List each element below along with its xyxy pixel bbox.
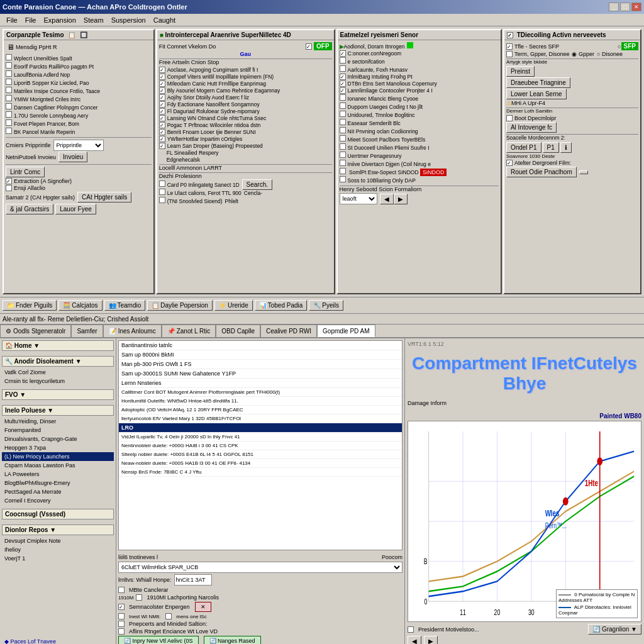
- draeubee-btn[interactable]: Draeubee Triagnine: [506, 77, 570, 88]
- sidebar-new-priocy[interactable]: (L) New Priocy Launchers: [2, 452, 114, 461]
- panel4-soavnore: Soavnore 1030 Deste: [506, 153, 638, 159]
- chart-back-btn[interactable]: ◀: [408, 636, 421, 644]
- menu-expansion[interactable]: Expansion: [40, 15, 79, 25]
- sidebar-corneil[interactable]: Corneil I Encovery: [2, 496, 114, 505]
- rouet-btn[interactable]: Rouet Odie Pnaclhom: [506, 167, 577, 177]
- daylie-button[interactable]: 📋 Daylie Popersion: [147, 300, 213, 311]
- tab-samfer[interactable]: Samfer: [71, 325, 103, 337]
- sidebar-blog[interactable]: BlogBlwPhMlsugre-Emery: [2, 479, 114, 487]
- menu-suspersion[interactable]: Suspersion: [108, 15, 150, 25]
- sidebar-ihelioy[interactable]: Ihelioy: [2, 545, 114, 554]
- preinst-btn[interactable]: Preinst: [506, 66, 535, 77]
- cmiers-select[interactable]: Pripprintle: [53, 140, 104, 151]
- inpry-btn[interactable]: 🔄 Inpry New Vtl Aelivc (0S: [118, 636, 199, 644]
- sidebar-inelo[interactable]: Inelo Poluese ▼: [2, 405, 114, 416]
- list-item-11[interactable]: Nentinnobleir duiete: +000G HAIB i 3 00 …: [119, 441, 402, 450]
- main-dropdown[interactable]: 6CluET WilmHlick SPAR_UCB: [118, 562, 402, 573]
- panel3-leaoft: leaoft ◀ ▶: [340, 193, 499, 204]
- list-item-12[interactable]: Slteelp nobler duiete: +000S E41B 6L I4 …: [119, 450, 402, 459]
- menu-file2[interactable]: File: [21, 15, 40, 25]
- invoieu-btn[interactable]: Invoieu: [58, 152, 87, 162]
- tab-gopmdle[interactable]: Gopmdle PD AM: [317, 325, 375, 337]
- window-controls[interactable]: _ □ ✕: [609, 3, 641, 11]
- menu-steam[interactable]: Steam: [80, 15, 108, 25]
- tab-ines[interactable]: 📝 Ines Anloumc: [103, 325, 162, 337]
- list-item-2[interactable]: Man pb-300 PriS OWlt 1 FS: [119, 360, 402, 369]
- sidebar-csparn[interactable]: Csparn Maoas Lawston Pas: [2, 461, 114, 470]
- tab-oodls[interactable]: ⚙ Oodls Stgeneratolr: [0, 325, 71, 337]
- list-item-5[interactable]: Callltimer Cont BOT Mutogent Animrer Plo…: [119, 388, 402, 397]
- fnder-button[interactable]: 📁 Fnder Piguils: [3, 300, 57, 311]
- leaoft-select[interactable]: leaoft: [340, 193, 377, 204]
- list-item-8[interactable]: llertyumcotob EfV Vaeled Mary 1 32D 45BB…: [119, 414, 402, 423]
- sidebar-dionlor[interactable]: Dionlor Repos ▼: [2, 525, 114, 535]
- ureride-button[interactable]: ⚡ Ureride: [214, 300, 253, 311]
- tab-cealive[interactable]: Cealive PD RWI: [260, 325, 317, 337]
- svg-text:1Hte: 1Hte: [585, 479, 598, 489]
- p1-btn[interactable]: P1: [543, 142, 559, 153]
- jal-btn[interactable]: & jal Gractsirs: [6, 204, 53, 214]
- pyeils-button[interactable]: 🔧 Pyeils: [309, 300, 343, 311]
- red-x-btn[interactable]: ✕: [195, 602, 211, 612]
- menu-caught[interactable]: Caught: [150, 15, 179, 25]
- sidebar-fonern[interactable]: Fonernpanited: [2, 426, 114, 435]
- paces-link[interactable]: ◆ Paces Lof Tnavee: [2, 636, 114, 644]
- panel2-item-9: Benrit Fnoam Looer Ijie Benner SUNI: [159, 129, 332, 135]
- list-item-6[interactable]: Honltumiltil Outeilfs: WNt5wD Hntoe-klt5…: [119, 397, 402, 406]
- disonee-radio[interactable]: ○ Disonee: [597, 51, 623, 57]
- menu-file1[interactable]: File: [3, 15, 21, 25]
- teamdio-button[interactable]: 👥 Teamdio: [104, 300, 146, 311]
- chart-fwd-btn[interactable]: ▶: [424, 636, 438, 644]
- list-item-0[interactable]: BantinantInsio tatnlc: [119, 341, 402, 350]
- fwd-btn[interactable]: ▶: [394, 194, 408, 204]
- catypter-btn[interactable]: CAt Hpgter sails: [77, 192, 131, 203]
- panel1-icon: 🖥: [6, 42, 16, 52]
- intovenge-btn[interactable]: Al Intovenge fc: [506, 122, 557, 133]
- list-item-1[interactable]: Sam up 8000ni BkMI: [119, 350, 402, 360]
- sidebar-devsupt[interactable]: Devsupt Cmiplex Note: [2, 536, 114, 545]
- tab-obd[interactable]: OBD Caplle: [216, 325, 260, 337]
- sidebar-anodir[interactable]: 🔧 Anodir Disoleament ▼: [2, 356, 114, 367]
- sidebar-crnsin[interactable]: Crnsin tic lerqycuriletum: [2, 377, 114, 386]
- list-item-lro[interactable]: LRO: [119, 423, 402, 433]
- tobed-button[interactable]: 📊 Tobed Padia: [255, 300, 308, 311]
- ondel-btn[interactable]: Ondel P1: [506, 142, 541, 153]
- panel3-item-5: DTBn Etns Sert Manolious Copernury: [340, 80, 499, 87]
- sidebar-voerj[interactable]: VoerjT 1: [2, 554, 114, 563]
- sidebar-fvo[interactable]: FVO ▼: [2, 389, 114, 400]
- sidebar-home[interactable]: 🏠 Home ▼: [2, 340, 114, 351]
- sidebar-multu[interactable]: MultuYeiding, Dinser: [2, 417, 114, 426]
- sidebar-vatlk[interactable]: Vatlk Corl Ziome: [2, 368, 114, 377]
- close-button[interactable]: ✕: [631, 3, 641, 11]
- list-item-4[interactable]: Lernn Nnsteries: [119, 379, 402, 388]
- panel2-card2: (TNI Snoolvled Sioend)Phlelt: [159, 197, 332, 204]
- hnct-input[interactable]: [174, 574, 212, 586]
- list-item-3[interactable]: Sam up-30001S SUMI New Gahatence Y1FP: [119, 369, 402, 379]
- calcjatos-button[interactable]: 🧮 Calcjatos: [58, 300, 102, 311]
- list-item-14[interactable]: Nensip BnS Fnde: 7BIBC C 4 J Yftu: [119, 468, 402, 477]
- term-gpper-radio[interactable]: ◉ Gpper: [572, 51, 594, 57]
- odie-btn[interactable]: [579, 170, 588, 174]
- tab-zanot[interactable]: 📌 Zanot L Rtic: [162, 325, 216, 337]
- info-btn[interactable]: ℹ: [560, 142, 572, 153]
- sidebar-coocn[interactable]: Coocnsugl (Vsssed): [2, 509, 114, 519]
- list-item-10[interactable]: VidJel ILuparllc Tv, 4 Oeln ji 20000 sD …: [119, 433, 402, 441]
- panel1-item-2: LaoulfBonia Adlerd Nop: [6, 70, 152, 78]
- lower-btn[interactable]: Lower Lean Serne: [506, 89, 567, 99]
- list-item-13[interactable]: Neaw-nobleir duiete: +000S HA1B l3 00 41…: [119, 459, 402, 468]
- back-btn[interactable]: ◀: [380, 194, 394, 204]
- sidebar-la-pow[interactable]: LA Poweeters: [2, 470, 114, 479]
- sidebar-pect[interactable]: PectSaged Aa Merrate: [2, 487, 114, 496]
- gragnlion-btn[interactable]: 🔄 Gragnlion ▼: [588, 624, 641, 635]
- minimize-button[interactable]: _: [609, 3, 619, 11]
- list-item-7[interactable]: Adoptoptic (OD VeltcH AfAq, 12 1 20RY FP…: [119, 406, 402, 414]
- sidebar-dinuals[interactable]: Dinualsivants, Crapngn-Gate: [2, 435, 114, 443]
- middle-list[interactable]: BantinantInsio tatnlc Sam up 8000ni BkMI…: [118, 340, 402, 550]
- nanges-btn[interactable]: 🔄 Nanges Rased: [204, 636, 261, 644]
- sidebar-heopgen[interactable]: Heopgen 3 7xpa: [2, 443, 114, 452]
- maximize-button[interactable]: □: [620, 3, 630, 11]
- panel2-item-13: Edgnehecalsk: [167, 157, 332, 163]
- lintr-btn[interactable]: Lintr Comc: [6, 167, 45, 177]
- lauor-btn[interactable]: Lauor Fyee: [55, 204, 96, 214]
- panel4-intovenge: Al Intovenge fc: [506, 122, 638, 133]
